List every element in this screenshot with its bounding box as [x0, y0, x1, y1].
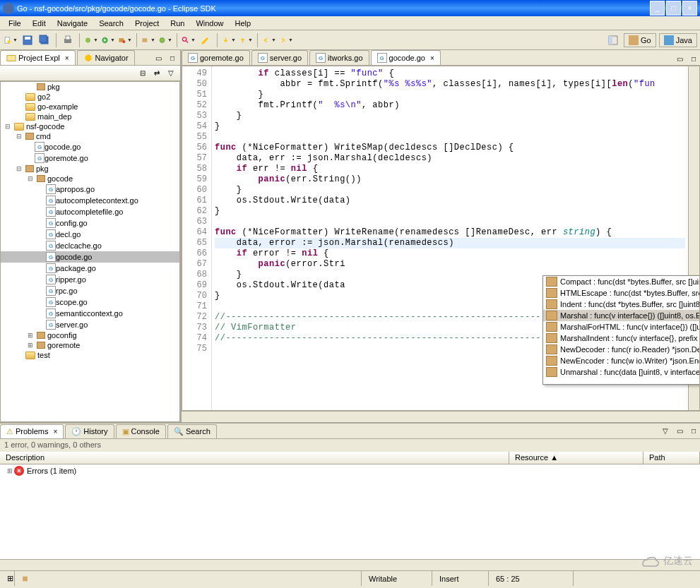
tree-item[interactable]: ⊞goconfig [1, 330, 179, 340]
tree-item[interactable]: Gpackage.go [1, 263, 179, 274]
code-editor[interactable]: 4950515253545556575859606162636465666768… [182, 66, 700, 411]
tree-item[interactable]: Ggocode.go [1, 141, 179, 152]
view-menu-button[interactable]: ▽ [165, 67, 177, 80]
annotate-button[interactable] [198, 32, 213, 48]
maximize-button[interactable]: □ [666, 1, 681, 16]
bottom-view-menu[interactable]: ▽ [659, 425, 672, 438]
new-package-button[interactable]: ▼ [141, 32, 156, 48]
autocomplete-item[interactable]: MarshalIndent : func(v interface{}, pref… [543, 332, 700, 344]
new-button[interactable]: ▼ [3, 32, 18, 48]
tree-item[interactable]: Gscope.go [1, 296, 179, 308]
go-perspective[interactable]: Go [624, 33, 656, 47]
editor-hscrollbar[interactable] [182, 411, 700, 422]
tree-item[interactable]: Gdeclcache.go [1, 240, 179, 251]
tree-item[interactable]: Gdecl.go [1, 229, 179, 240]
save-button[interactable] [20, 32, 35, 48]
problems-table-body[interactable]: ⊞ × Errors (1 item) [0, 464, 700, 559]
forward-button[interactable]: ▼ [278, 32, 294, 48]
tree-item[interactable]: ⊟cmd [1, 131, 179, 141]
tree-item[interactable]: Ggoremote.go [1, 152, 179, 164]
maximize-editor-button[interactable]: □ [687, 52, 700, 65]
tree-item[interactable]: ⊟gocode [1, 174, 179, 184]
bottom-tab-problems[interactable]: ⚠Problems× [0, 424, 64, 438]
minimize-bottom[interactable]: ▭ [673, 425, 686, 438]
bottom-tab-history[interactable]: 🕐History [65, 424, 114, 438]
maximize-panel-button[interactable]: □ [166, 52, 179, 64]
link-editor-button[interactable]: ⇄ [150, 67, 163, 80]
tree-item[interactable]: Gsemanticcontext.go [1, 308, 179, 319]
tree-toggle-icon[interactable]: ⊟ [4, 122, 12, 131]
autocomplete-item[interactable]: Compact : func(dst *bytes.Buffer, src []… [543, 276, 700, 287]
bottom-tab-console[interactable]: ▣Console [116, 424, 166, 438]
run-button[interactable]: ▼ [100, 32, 116, 48]
back-button[interactable]: ▼ [261, 32, 277, 48]
autocomplete-item[interactable]: Marshal : func(v interface{}) ([]uint8, … [543, 310, 700, 321]
close-tab-icon[interactable]: × [53, 428, 57, 436]
save-all-button[interactable] [37, 32, 52, 48]
tree-item[interactable]: Gautocompletecontext.go [1, 195, 179, 206]
minimize-button[interactable]: _ [650, 1, 665, 16]
tree-item[interactable]: go2 [1, 92, 179, 102]
tree-item[interactable]: Gautocompletefile.go [1, 206, 179, 217]
tree-item[interactable]: Gapropos.go [1, 184, 179, 195]
tree-item[interactable]: pkg [1, 82, 179, 92]
minimize-panel-button[interactable]: ▭ [152, 52, 165, 64]
external-tools-button[interactable]: ▼ [117, 32, 133, 48]
editor-tab[interactable]: Gitworks.go [309, 50, 369, 65]
tree-toggle-icon[interactable]: ⊞ [26, 341, 35, 349]
menu-help[interactable]: Help [230, 18, 257, 29]
tree-item[interactable]: ⊟nsf-gocode [1, 121, 179, 131]
print-button[interactable] [60, 32, 76, 48]
autocomplete-item[interactable]: Indent : func(dst *bytes.Buffer, src []u… [543, 299, 700, 310]
menu-project[interactable]: Project [129, 18, 165, 29]
search-button[interactable]: ▼ [181, 32, 196, 48]
autocomplete-popup[interactable]: Compact : func(dst *bytes.Buffer, src []… [542, 275, 700, 385]
tree-item[interactable]: Gserver.go [1, 319, 179, 330]
col-description[interactable]: Description [0, 452, 509, 464]
tree-item[interactable]: Gconfig.go [1, 217, 179, 229]
menu-search[interactable]: Search [93, 18, 129, 29]
project-explorer-tab[interactable]: Project Expl × [0, 50, 76, 65]
close-button[interactable]: × [682, 1, 697, 16]
close-tab-icon[interactable]: × [65, 54, 69, 62]
editor-tab[interactable]: Gserver.go [251, 50, 308, 65]
col-resource[interactable]: Resource ▲ [509, 452, 643, 464]
col-path[interactable]: Path [643, 452, 700, 464]
autocomplete-item[interactable]: MarshalForHTML : func(v interface{}) ([]… [543, 321, 700, 332]
menu-edit[interactable]: Edit [27, 18, 52, 29]
bottom-hscrollbar[interactable] [0, 559, 700, 570]
autocomplete-item[interactable]: NewEncoder : func(w io.Writer) *json.Enc… [543, 355, 700, 366]
prev-annotation-button[interactable]: ▼ [238, 32, 254, 48]
bottom-tab-search[interactable]: 🔍Search [167, 424, 217, 438]
editor-tab[interactable]: Ggocode.go× [371, 50, 441, 65]
maximize-bottom[interactable]: □ [687, 425, 700, 438]
tree-toggle-icon[interactable]: ⊞ [26, 331, 35, 340]
tree-item[interactable]: go-example [1, 102, 179, 112]
navigator-tab[interactable]: Navigator [77, 50, 135, 65]
minimize-editor-button[interactable]: ▭ [673, 52, 686, 65]
tree-item[interactable]: test [1, 350, 179, 360]
autocomplete-item[interactable]: Unmarshal : func(data []uint8, v interfa… [543, 366, 700, 378]
collapse-all-button[interactable]: ⊟ [136, 67, 149, 80]
tree-item[interactable]: Ggocode.go [1, 251, 179, 263]
errors-group-row[interactable]: ⊞ × Errors (1 item) [0, 464, 700, 477]
tree-item[interactable]: main_dep [1, 112, 179, 121]
menu-file[interactable]: File [3, 18, 27, 29]
tree-toggle-icon[interactable]: ⊟ [15, 164, 23, 173]
menu-run[interactable]: Run [165, 18, 190, 29]
menu-window[interactable]: Window [190, 18, 229, 29]
progress-icon[interactable] [14, 571, 35, 586]
autocomplete-item[interactable]: HTMLEscape : func(dst *bytes.Buffer, src… [543, 287, 700, 299]
next-annotation-button[interactable]: ▼ [221, 32, 237, 48]
autocomplete-item[interactable]: NewDecoder : func(r io.Reader) *json.Dec… [543, 344, 700, 355]
tree-item[interactable]: Gripper.go [1, 274, 179, 285]
close-tab-icon[interactable]: × [430, 54, 434, 62]
java-perspective[interactable]: Java [659, 33, 697, 47]
tree-item[interactable]: ⊟pkg [1, 164, 179, 174]
tree-toggle-icon[interactable]: ⊟ [15, 132, 23, 140]
tree-item[interactable]: Grpc.go [1, 285, 179, 296]
tree-item[interactable]: ⊞goremote [1, 340, 179, 350]
editor-tab[interactable]: Ggoremote.go [182, 50, 250, 65]
open-perspective-button[interactable] [605, 32, 621, 48]
expand-icon[interactable]: ⊞ [6, 467, 14, 475]
